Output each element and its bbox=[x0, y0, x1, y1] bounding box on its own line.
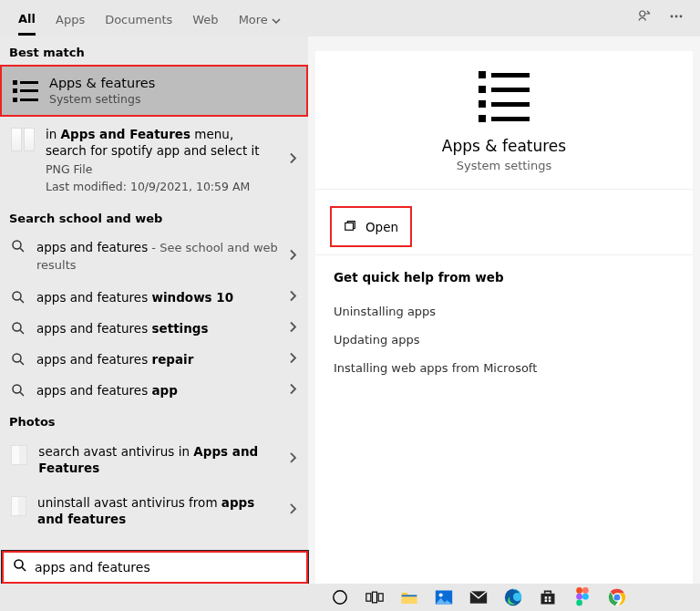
suggestion-bold: windows 10 bbox=[152, 290, 234, 305]
svg-point-6 bbox=[13, 292, 21, 300]
chrome-icon[interactable] bbox=[605, 585, 629, 609]
tab-documents[interactable]: Documents bbox=[105, 3, 172, 34]
svg-rect-27 bbox=[541, 594, 555, 605]
file-icon bbox=[11, 128, 35, 153]
svg-point-8 bbox=[13, 323, 21, 331]
chevron-right-icon[interactable] bbox=[288, 151, 297, 169]
suggestion-text: apps and features settings bbox=[36, 321, 209, 336]
help-link-installing[interactable]: Installing web apps from Microsoft bbox=[334, 354, 674, 382]
search-icon bbox=[11, 290, 26, 305]
svg-rect-29 bbox=[549, 596, 551, 599]
suggestion-text: apps and features app bbox=[36, 383, 178, 398]
search-input[interactable] bbox=[35, 560, 297, 575]
suggestion-item[interactable]: apps and features repair bbox=[0, 344, 308, 375]
svg-point-0 bbox=[640, 11, 645, 16]
taskbar bbox=[0, 584, 700, 611]
best-match-title: Apps & features bbox=[49, 76, 155, 90]
chevron-right-icon[interactable] bbox=[288, 451, 297, 468]
chevron-right-icon[interactable] bbox=[288, 248, 297, 264]
file-line-bold: Apps and Features bbox=[61, 127, 190, 141]
top-tab-bar: All Apps Documents Web More bbox=[0, 0, 700, 36]
open-icon bbox=[344, 219, 356, 234]
cortana-icon[interactable] bbox=[328, 585, 352, 609]
apps-features-icon bbox=[13, 78, 38, 104]
tab-all[interactable]: All bbox=[18, 2, 36, 36]
svg-point-3 bbox=[680, 16, 683, 18]
svg-line-9 bbox=[20, 330, 24, 334]
edge-icon[interactable] bbox=[501, 585, 525, 609]
search-icon bbox=[11, 383, 26, 398]
svg-rect-21 bbox=[402, 595, 417, 603]
suggestion-primary-label: apps and features bbox=[36, 240, 148, 254]
results-panel: Best match Apps & features System settin… bbox=[0, 36, 308, 584]
help-link-updating[interactable]: Updating apps bbox=[334, 326, 674, 354]
image-icon bbox=[11, 445, 27, 465]
mail-icon[interactable] bbox=[467, 585, 490, 609]
detail-title: Apps & features bbox=[442, 137, 566, 155]
store-icon[interactable] bbox=[536, 585, 560, 609]
figma-icon[interactable] bbox=[571, 585, 594, 609]
svg-rect-28 bbox=[545, 596, 548, 599]
suggestion-base: apps and features bbox=[36, 321, 152, 336]
suggestion-base: apps and features bbox=[36, 383, 152, 398]
detail-subtitle: System settings bbox=[457, 159, 551, 172]
task-view-icon[interactable] bbox=[363, 585, 386, 609]
file-result-type: PNG File bbox=[46, 162, 297, 176]
chevron-right-icon[interactable] bbox=[288, 502, 297, 519]
tab-apps[interactable]: Apps bbox=[56, 3, 85, 34]
suggestion-item[interactable]: apps and features windows 10 bbox=[0, 282, 308, 313]
detail-panel: Apps & features System settings Open Get… bbox=[308, 36, 700, 584]
detail-card: Apps & features System settings Open Get… bbox=[315, 51, 693, 584]
svg-point-2 bbox=[675, 16, 678, 18]
photo-result-text: uninstall avast antivirus from apps and … bbox=[37, 494, 297, 527]
feedback-icon[interactable] bbox=[636, 8, 653, 28]
photo-text-pre: uninstall avast antivirus from bbox=[37, 495, 221, 510]
svg-line-13 bbox=[20, 392, 24, 396]
svg-point-4 bbox=[13, 241, 21, 249]
search-icon bbox=[11, 239, 26, 254]
file-result-title: in Apps and Features menu, search for sp… bbox=[46, 126, 297, 159]
best-match-item[interactable]: Apps & features System settings bbox=[0, 65, 308, 117]
chevron-right-icon[interactable] bbox=[288, 382, 297, 398]
suggestion-text: apps and features windows 10 bbox=[36, 290, 233, 305]
section-best-match: Best match bbox=[0, 36, 308, 65]
suggestion-item[interactable]: apps and features app bbox=[0, 375, 308, 406]
image-icon bbox=[11, 496, 26, 516]
search-icon bbox=[13, 558, 27, 576]
suggestion-primary-text: apps and features - See school and web r… bbox=[36, 239, 297, 273]
file-line-prefix: in bbox=[46, 127, 61, 141]
search-box[interactable] bbox=[2, 551, 308, 584]
svg-point-15 bbox=[15, 560, 23, 568]
chevron-right-icon[interactable] bbox=[288, 351, 297, 367]
suggestion-item[interactable]: apps and features settings bbox=[0, 313, 308, 344]
section-photos: Photos bbox=[0, 406, 308, 434]
suggestion-bold: app bbox=[152, 383, 178, 398]
photo-result-text: search avast antivirus in Apps and Featu… bbox=[38, 443, 297, 476]
apps-features-icon bbox=[479, 71, 530, 122]
open-label: Open bbox=[365, 220, 398, 234]
chevron-right-icon[interactable] bbox=[288, 320, 297, 336]
file-explorer-icon[interactable] bbox=[397, 585, 421, 609]
more-options-icon[interactable] bbox=[669, 9, 684, 27]
chevron-right-icon[interactable] bbox=[288, 289, 297, 305]
best-match-subtitle: System settings bbox=[49, 92, 155, 106]
open-button[interactable]: Open bbox=[330, 206, 412, 247]
photo-result-item[interactable]: search avast antivirus in Apps and Featu… bbox=[0, 434, 308, 485]
file-result-item[interactable]: in Apps and Features menu, search for sp… bbox=[0, 117, 308, 202]
tab-more[interactable]: More bbox=[239, 3, 281, 34]
svg-line-5 bbox=[20, 249, 24, 253]
detail-header: Apps & features System settings bbox=[315, 51, 693, 190]
suggestion-primary[interactable]: apps and features - See school and web r… bbox=[0, 231, 308, 281]
tab-web[interactable]: Web bbox=[192, 3, 218, 34]
svg-line-16 bbox=[22, 567, 26, 571]
tabs-container: All Apps Documents Web More bbox=[18, 2, 281, 36]
svg-point-12 bbox=[13, 385, 21, 393]
search-icon bbox=[11, 352, 26, 367]
svg-point-17 bbox=[334, 591, 346, 604]
help-link-uninstalling[interactable]: Uninstalling apps bbox=[334, 297, 674, 326]
photos-icon[interactable] bbox=[432, 585, 456, 609]
photo-result-item[interactable]: uninstall avast antivirus from apps and … bbox=[0, 485, 308, 536]
help-section: Get quick help from web Uninstalling app… bbox=[315, 255, 693, 397]
svg-point-35 bbox=[582, 594, 589, 600]
suggestion-bold: repair bbox=[152, 352, 194, 367]
